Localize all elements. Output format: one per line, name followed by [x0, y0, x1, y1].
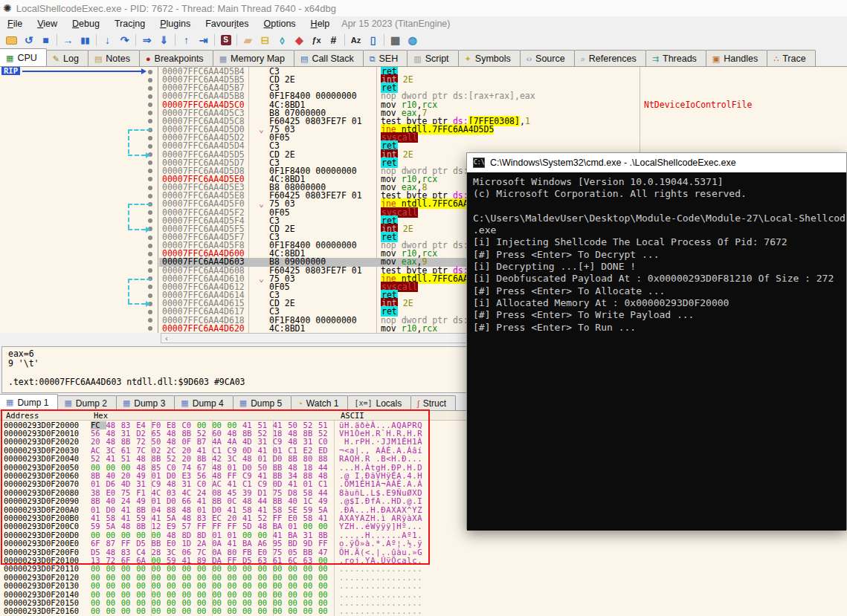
- hex-byte-cell: AC: [212, 480, 228, 488]
- tab-seh[interactable]: ⧉SEH: [363, 50, 408, 66]
- functions-icon[interactable]: ƒx: [308, 33, 325, 48]
- breakpoint-dot-icon[interactable]: [148, 70, 152, 74]
- open-file-icon[interactable]: [3, 33, 20, 48]
- breakpoint-dot-icon[interactable]: [148, 260, 152, 265]
- comments-icon[interactable]: ⊟: [257, 33, 274, 48]
- breakpoint-dot-icon[interactable]: [148, 218, 152, 223]
- menu-view[interactable]: View: [30, 17, 65, 30]
- breakpoint-dot-icon[interactable]: [148, 326, 152, 331]
- tab-handles[interactable]: ▣Handles: [706, 50, 767, 66]
- globe-icon[interactable]: ◍: [404, 33, 421, 48]
- hex-byte-cell: 00: [91, 582, 106, 590]
- dump-tab-struct[interactable]: ʃStruct: [410, 395, 456, 410]
- breakpoint-dot-icon[interactable]: [148, 136, 152, 140]
- tab-cpu[interactable]: ▦CPU: [0, 48, 47, 66]
- breakpoint-dot-icon[interactable]: [148, 119, 152, 123]
- step-out-icon[interactable]: ↑: [178, 33, 195, 48]
- breakpoint-dot-icon[interactable]: [148, 161, 152, 165]
- step-into-icon[interactable]: ↓: [99, 33, 116, 48]
- stop-icon[interactable]: ■: [37, 33, 54, 48]
- menu-tracing[interactable]: Tracing: [107, 17, 152, 30]
- disasm-row[interactable]: 00007FFC6AA4D5D4C3ret: [0, 142, 847, 150]
- dump-row[interactable]: 00000293D0F200E06F87FFD5BBE01D2A0A41BAA6…: [0, 539, 847, 548]
- tab-notes[interactable]: ▤Notes: [88, 50, 140, 66]
- disasm-row[interactable]: 00007FFC6AA4D5D20F05syscall: [0, 134, 847, 142]
- source-icon: ‹›: [526, 54, 532, 63]
- dump-tab-dump-3[interactable]: ▦Dump 3: [116, 395, 175, 410]
- dump-tab-dump-4[interactable]: ▦Dump 4: [174, 395, 233, 410]
- disasm-row[interactable]: 00007FFC6AA4D5D0⌄75 03jne ntdll.7FFC6AA4…: [0, 126, 847, 134]
- menu-debug[interactable]: Debug: [65, 17, 107, 30]
- restart-icon[interactable]: ↺: [20, 33, 37, 48]
- breakpoint-dot-icon[interactable]: [148, 186, 152, 190]
- hex-byte-cell: 00: [242, 607, 258, 615]
- breakpoint-dot-icon[interactable]: [148, 86, 152, 91]
- tab-memory-map[interactable]: ▦Memory Map: [213, 50, 294, 66]
- tab-log[interactable]: ✎Log: [46, 50, 88, 66]
- patches-icon[interactable]: S: [217, 33, 234, 48]
- dump-row[interactable]: 00000293D0F20130000000000000000000000000…: [0, 582, 847, 590]
- breakpoint-dot-icon[interactable]: [148, 285, 152, 289]
- breakpoint-dot-icon[interactable]: [148, 318, 152, 322]
- breakpoint-dot-icon[interactable]: [148, 236, 152, 240]
- step-down-icon[interactable]: ⇓: [155, 33, 173, 48]
- dump-row[interactable]: 00000293D0F20110000000000000000000000000…: [0, 565, 847, 573]
- strings-icon[interactable]: Aᴢ: [347, 33, 364, 48]
- menu-favourites[interactable]: Favourites: [198, 17, 256, 30]
- tab-references[interactable]: ⌕References: [574, 50, 646, 66]
- breakpoint-dot-icon[interactable]: [148, 252, 152, 256]
- hex-byte-cell: 48: [242, 455, 258, 463]
- menu-file[interactable]: File: [0, 17, 30, 30]
- tab-source[interactable]: ‹›Source: [520, 50, 575, 66]
- execute-till-return-icon[interactable]: ⇥: [195, 33, 212, 48]
- cmd-titlebar[interactable]: C:\ C:\Windows\System32\cmd.exe - .\Loca…: [467, 153, 846, 172]
- breakpoint-dot-icon[interactable]: [148, 268, 152, 273]
- calls-icon[interactable]: ▯: [364, 33, 381, 48]
- dump-address-cell: 00000293D0F20040: [4, 455, 79, 463]
- tab-breakpoints[interactable]: ●Breakpoints: [139, 50, 213, 66]
- patch-file-icon[interactable]: ▰: [239, 33, 257, 48]
- tab-script[interactable]: ▥Script: [407, 50, 458, 66]
- menu-bar: FileViewDebugTracingPluginsFavouritesOpt…: [0, 16, 847, 31]
- menu-plugins[interactable]: Plugins: [152, 17, 198, 30]
- menu-help[interactable]: Help: [303, 17, 338, 30]
- dump-tab-locals[interactable]: [x=]Locals: [347, 395, 411, 410]
- breakpoint-dot-icon[interactable]: [148, 294, 152, 298]
- dump-icon: ▦: [6, 398, 13, 407]
- dump-row[interactable]: 00000293D0F20160000000000000000000000000…: [0, 607, 847, 615]
- dump-tab-dump-5[interactable]: ▦Dump 5: [233, 395, 292, 410]
- dump-tab-dump-2[interactable]: ▦Dump 2: [57, 395, 116, 410]
- run-to-icon[interactable]: ⇒: [138, 33, 155, 48]
- tab-call-stack[interactable]: ▤Call Stack: [294, 50, 364, 66]
- breakpoint-dot-icon[interactable]: [148, 244, 152, 248]
- hex-byte-cell: 4D: [242, 438, 258, 446]
- step-over-icon[interactable]: ↷: [116, 33, 133, 48]
- breakpoint-dot-icon[interactable]: [148, 310, 152, 314]
- scroll-left-arrow-icon[interactable]: ‹: [161, 334, 172, 343]
- breakpoint-dot-icon[interactable]: [148, 144, 152, 149]
- hex-byte-cell: 48: [167, 480, 182, 488]
- run-icon[interactable]: →: [59, 33, 77, 48]
- dump-tab-dump-1[interactable]: ▦Dump 1: [0, 394, 58, 410]
- breakpoint-dot-icon[interactable]: [148, 169, 152, 173]
- hash-icon[interactable]: #: [325, 33, 342, 48]
- tab-symbols[interactable]: ✦Symbols: [458, 50, 521, 66]
- bookmarks-icon[interactable]: ◆: [291, 33, 308, 48]
- labels-icon[interactable]: ⬨: [274, 33, 291, 48]
- breakpoint-dot-icon[interactable]: [148, 94, 152, 99]
- cmd-window[interactable]: C:\ C:\Windows\System32\cmd.exe - .\Loca…: [466, 152, 847, 530]
- tab-threads[interactable]: ⇉Threads: [645, 50, 706, 66]
- disasm-row[interactable]: 00007FFC6AA4D5B5CD 2Eint 2E: [0, 76, 847, 84]
- menu-options[interactable]: Options: [257, 17, 303, 30]
- breakpoint-dot-icon[interactable]: [148, 78, 152, 82]
- breakpoint-dot-icon[interactable]: [148, 111, 152, 115]
- pause-icon[interactable]: ▮▮: [77, 33, 94, 48]
- breakpoint-dot-icon[interactable]: [148, 194, 152, 198]
- tab-trace[interactable]: ∴Trace: [767, 50, 816, 66]
- breakpoint-dot-icon[interactable]: [148, 210, 152, 215]
- breakpoint-dot-icon[interactable]: [148, 103, 152, 107]
- console-line: [#] Press <Enter> To Write Payload ...: [473, 309, 846, 321]
- dump-tab-watch-1[interactable]: ◔Watch 1: [291, 395, 348, 410]
- breakpoint-dot-icon[interactable]: [148, 177, 152, 181]
- calculator-icon[interactable]: ▦: [387, 33, 404, 48]
